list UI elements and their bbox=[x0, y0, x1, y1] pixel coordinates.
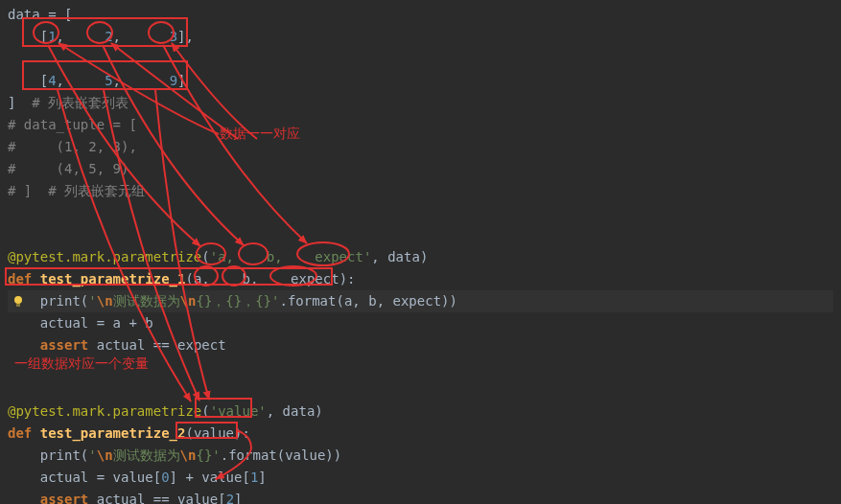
code-token: [ bbox=[153, 470, 161, 485]
code-token: )) bbox=[441, 293, 457, 309]
code-line[interactable]: # ] # 列表嵌套元组 bbox=[8, 180, 833, 202]
code-line[interactable]: # (1, 2, 3), bbox=[8, 136, 833, 158]
code-token: # (4, 5, 9) bbox=[8, 161, 128, 176]
code-token: 4 bbox=[48, 73, 56, 88]
code-token: ] bbox=[234, 492, 242, 504]
code-token: ) bbox=[420, 249, 428, 264]
annotation-label-2: 一组数据对应一个变量 bbox=[14, 355, 149, 373]
code-token: test_parametrize_1 bbox=[40, 271, 186, 286]
code-token: ( bbox=[185, 425, 193, 441]
code-token: # data_tuple = [ bbox=[8, 117, 137, 132]
code-token: [ bbox=[242, 470, 249, 485]
code-line[interactable]: # (4, 5, 9) bbox=[8, 158, 833, 180]
code-token bbox=[8, 492, 40, 504]
code-line[interactable] bbox=[8, 224, 833, 246]
code-token: 2 bbox=[226, 492, 234, 504]
code-line[interactable] bbox=[8, 378, 833, 401]
code-token: 5 bbox=[105, 73, 112, 88]
code-token: = bbox=[97, 315, 113, 331]
code-token: 3 bbox=[170, 29, 177, 44]
code-token: ] bbox=[170, 470, 186, 485]
code-token: [ bbox=[8, 29, 48, 44]
code-token: , bbox=[250, 271, 291, 286]
code-token: test_parametrize_2 bbox=[40, 425, 186, 441]
code-token: \n bbox=[180, 293, 197, 309]
annotation-label-1: 数据一一对应 bbox=[220, 126, 300, 143]
code-token: == bbox=[153, 337, 177, 353]
code-token: expect bbox=[393, 293, 442, 309]
code-line[interactable]: def test_parametrize_2(value): bbox=[8, 423, 833, 445]
code-line[interactable]: def test_parametrize_1(a, b, expect): bbox=[8, 268, 833, 290]
code-token: ): bbox=[339, 271, 356, 286]
code-token: , bbox=[113, 73, 170, 88]
code-line[interactable]: actual = a + b bbox=[8, 312, 833, 334]
code-token: .format( bbox=[279, 293, 343, 309]
code-token: 'value' bbox=[210, 403, 267, 419]
code-token: , bbox=[57, 73, 105, 88]
code-line[interactable] bbox=[8, 202, 833, 224]
code-token: \n bbox=[180, 447, 197, 463]
code-token: value bbox=[194, 425, 234, 441]
code-token: ' bbox=[88, 293, 96, 309]
code-token: @pytest.mark.parametrize bbox=[8, 249, 201, 264]
code-editor[interactable]: data = [ [1, 2, 3], [4, 5, 9]] # 列表嵌套列表#… bbox=[0, 0, 841, 504]
code-token: value bbox=[201, 470, 242, 485]
code-line[interactable]: assert actual == expect bbox=[8, 334, 833, 356]
code-token: ( bbox=[201, 403, 209, 419]
code-line[interactable]: ] # 列表嵌套列表 bbox=[8, 92, 833, 114]
code-token: [ bbox=[8, 73, 48, 88]
code-token: # 列表嵌套列表 bbox=[32, 95, 128, 110]
code-token: ] bbox=[177, 73, 185, 88]
code-line[interactable]: @pytest.mark.parametrize('a, b, expect',… bbox=[8, 246, 833, 268]
code-token: def bbox=[8, 425, 40, 441]
code-token: {}，{}，{}' bbox=[196, 293, 279, 309]
code-token: # ] # 列表嵌套元组 bbox=[8, 183, 145, 198]
code-line[interactable]: [1, 2, 3], bbox=[8, 26, 833, 48]
code-token: 2 bbox=[105, 29, 112, 44]
code-token: 9 bbox=[170, 73, 177, 88]
code-line[interactable]: @pytest.mark.parametrize('value', data) bbox=[8, 401, 833, 423]
code-token: ] bbox=[8, 95, 32, 110]
svg-rect-15 bbox=[16, 304, 20, 307]
code-token: , bbox=[201, 271, 242, 286]
code-token: print( bbox=[8, 447, 88, 463]
code-line[interactable]: assert actual == value[2] bbox=[8, 489, 833, 504]
code-token: , bbox=[113, 29, 170, 44]
code-token: 'a, b, expect' bbox=[210, 249, 372, 264]
code-line[interactable]: print('\n测试数据为\n{}，{}，{}'.format(a, b, e… bbox=[8, 290, 833, 312]
code-token: data bbox=[387, 249, 420, 264]
code-line[interactable]: data = [ bbox=[8, 4, 833, 26]
code-token: value bbox=[285, 447, 325, 463]
code-token: \n bbox=[97, 447, 113, 463]
lightbulb-icon[interactable] bbox=[12, 295, 25, 309]
code-token: def bbox=[8, 271, 40, 286]
code-line[interactable]: # data_tuple = [ bbox=[8, 114, 833, 136]
code-token: actual bbox=[8, 470, 97, 485]
code-token: actual bbox=[8, 315, 97, 331]
code-line[interactable]: [4, 5, 9] bbox=[8, 70, 833, 92]
code-token: b bbox=[368, 293, 376, 309]
code-token: @pytest.mark.parametrize bbox=[8, 403, 201, 419]
code-token: expect bbox=[177, 337, 226, 353]
code-token: actual bbox=[97, 492, 153, 504]
code-token: expect bbox=[291, 271, 339, 286]
code-token: )) bbox=[325, 447, 341, 463]
code-token: 1 bbox=[48, 29, 56, 44]
code-token: ( bbox=[201, 249, 209, 264]
code-token: data bbox=[283, 403, 315, 419]
code-token: b bbox=[145, 315, 152, 331]
code-token: actual bbox=[97, 337, 153, 353]
code-token: value bbox=[177, 492, 218, 504]
code-token: ): bbox=[234, 425, 250, 441]
code-token: assert bbox=[40, 492, 97, 504]
code-token: # (1, 2, 3), bbox=[8, 139, 137, 154]
code-token: data bbox=[8, 7, 48, 22]
code-line[interactable] bbox=[8, 48, 833, 70]
code-token: 测试数据为 bbox=[113, 447, 180, 463]
code-token: ], bbox=[177, 29, 194, 44]
code-token: ( bbox=[185, 271, 193, 286]
code-line[interactable]: print('\n测试数据为\n{}'.format(value)) bbox=[8, 445, 833, 467]
code-line[interactable]: actual = value[0] + value[1] bbox=[8, 467, 833, 489]
code-token: [ bbox=[218, 492, 225, 504]
code-token: \n bbox=[97, 293, 113, 309]
